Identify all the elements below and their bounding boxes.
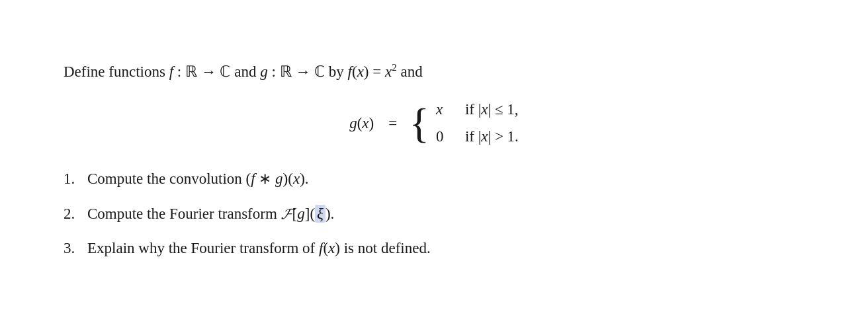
problem-3: 3. Explain why the Fourier transform of … bbox=[64, 237, 804, 260]
highlight-xi: ξ bbox=[315, 205, 326, 223]
problem-2: 2. Compute the Fourier transform 𝓕[g](ξ)… bbox=[64, 203, 804, 226]
problem-2-text: Compute the Fourier transform 𝓕[g](ξ). bbox=[87, 203, 334, 226]
problem-2-number: 2. bbox=[64, 203, 82, 226]
case-condition-1: if |x| ≤ 1, bbox=[465, 98, 519, 122]
left-brace: { bbox=[409, 102, 429, 145]
brace-container: { x if |x| ≤ 1, 0 if |x| > 1. bbox=[409, 98, 519, 148]
piecewise-block: g(x) = { x if |x| ≤ 1, 0 if |x| > 1. bbox=[64, 98, 804, 148]
problem-1-text: Compute the convolution (f ∗ g)(x). bbox=[87, 168, 309, 191]
intro-line: Define functions f : ℝ → ℂ and g : ℝ → ℂ… bbox=[64, 61, 804, 83]
case-value-2: 0 bbox=[436, 126, 449, 149]
equals-sign: = bbox=[388, 115, 397, 132]
case-value-1: x bbox=[436, 98, 449, 122]
problem-3-text: Explain why the Fourier transform of f(x… bbox=[87, 237, 431, 260]
case-condition-2: if |x| > 1. bbox=[465, 126, 519, 149]
numbered-list: 1. Compute the convolution (f ∗ g)(x). 2… bbox=[64, 168, 804, 260]
piecewise-lhs: g(x) bbox=[349, 115, 374, 132]
case-row-1: x if |x| ≤ 1, bbox=[436, 98, 519, 122]
cases-rows: x if |x| ≤ 1, 0 if |x| > 1. bbox=[436, 98, 519, 148]
case-row-2: 0 if |x| > 1. bbox=[436, 126, 519, 149]
problem-1-number: 1. bbox=[64, 168, 82, 191]
intro-text: Define functions f : ℝ → ℂ and g : ℝ → ℂ… bbox=[64, 63, 423, 80]
problem-3-number: 3. bbox=[64, 237, 82, 260]
problem-1: 1. Compute the convolution (f ∗ g)(x). bbox=[64, 168, 804, 191]
page-container: Define functions f : ℝ → ℂ and g : ℝ → ℂ… bbox=[37, 48, 831, 285]
